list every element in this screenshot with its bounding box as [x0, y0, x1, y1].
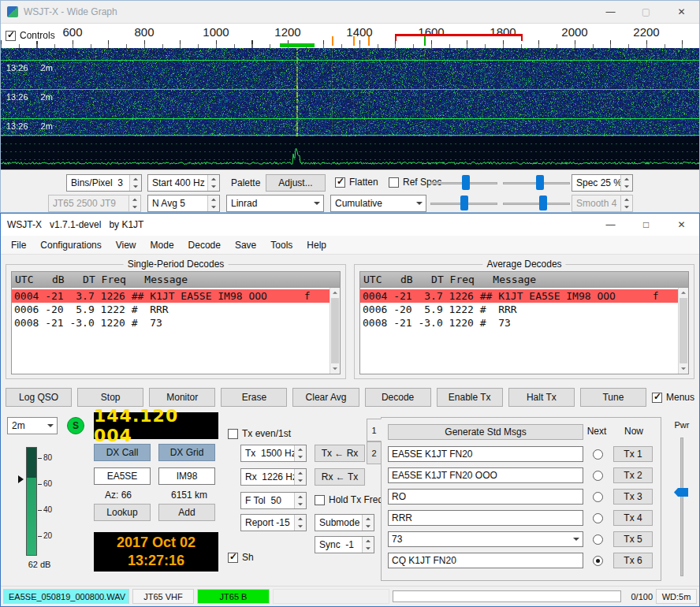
slider-handle[interactable] [460, 196, 468, 210]
scrollbar[interactable] [678, 288, 688, 374]
rx-freq-spin[interactable]: Rx 1226 Hz [240, 468, 307, 486]
scroll-thumb[interactable] [331, 298, 339, 363]
menu-configurations[interactable]: Configurations [33, 236, 108, 254]
tx1-now-button[interactable]: Tx 1 [613, 446, 653, 462]
pwr-slider-handle[interactable] [674, 488, 688, 497]
start-freq-spin[interactable]: Start 400 Hz [147, 174, 220, 192]
spinner-arrows-icon[interactable] [620, 175, 632, 191]
menu-mode[interactable]: Mode [143, 236, 181, 254]
tx-from-rx-button[interactable]: Tx ← Rx [315, 445, 365, 462]
sync-spin[interactable]: Sync -1 [315, 536, 374, 553]
f-tol-spin[interactable]: F Tol 50 [240, 492, 307, 509]
decode-row[interactable]: 0004 -21 3.7 1226 ## K1JT EA5SE IM98 OOO… [12, 289, 340, 303]
report-spin[interactable]: Report -15 [240, 514, 307, 531]
menu-help[interactable]: Help [300, 236, 333, 254]
maximize-icon[interactable]: ▢ [628, 1, 664, 23]
spinner-arrows-icon[interactable] [620, 196, 632, 211]
spinner-arrows-icon[interactable] [294, 515, 306, 531]
adjust-button[interactable]: Adjust... [266, 174, 326, 192]
decode-row[interactable]: 0008 -21 -3.0 1220 # 73 [360, 316, 677, 330]
spinner-arrows-icon[interactable] [362, 515, 374, 531]
generate-std-msgs-button[interactable]: Generate Std Msgs [388, 424, 583, 440]
decode-list[interactable]: 0004 -21 3.7 1226 ## K1JT EA5SE IM98 OOO… [359, 287, 689, 374]
stop-button[interactable]: Stop [77, 388, 143, 407]
close-icon[interactable]: ✕ [664, 214, 699, 236]
tx4-message-field[interactable]: RRR [388, 510, 583, 526]
tx-even-checkbox[interactable]: Tx even/1st [228, 428, 291, 439]
dx-call-button[interactable]: DX Call [94, 444, 151, 461]
controls-checkbox-box[interactable] [6, 31, 16, 41]
halt-tx-button[interactable]: Halt Tx [508, 388, 575, 407]
decode-row[interactable]: 0006 -20 5.9 1222 # RRR [12, 303, 329, 316]
tx5-message-combo[interactable]: 73 [388, 531, 583, 547]
spinner-arrows-icon[interactable] [207, 175, 219, 191]
hold-tx-freq-checkbox[interactable]: Hold Tx Freq [315, 494, 383, 505]
scroll-up-icon[interactable] [679, 288, 688, 297]
tx4-now-button[interactable]: Tx 4 [613, 510, 653, 526]
waterfall-canvas[interactable] [1, 48, 700, 136]
decode-row[interactable]: 0004 -21 3.7 1226 ## K1JT EA5SE IM98 OOO… [360, 289, 688, 303]
menu-tools[interactable]: Tools [263, 236, 300, 254]
dx-grid-button[interactable]: DX Grid [158, 444, 215, 461]
spectrum-gain-slider[interactable] [430, 195, 497, 212]
menu-file[interactable]: File [4, 236, 33, 254]
menus-checkbox[interactable]: Menus [652, 392, 694, 403]
monitor-button[interactable]: Monitor [149, 388, 215, 407]
decode-row[interactable]: 0006 -20 5.9 1222 # RRR [360, 303, 677, 316]
waterfall-gain-slider[interactable] [430, 174, 497, 192]
tx5-next-radio[interactable] [593, 534, 603, 545]
waterfall-zero-slider[interactable] [503, 174, 570, 192]
wide-graph-titlebar[interactable]: WSJT-X - Wide Graph — ▢ ✕ [1, 1, 699, 23]
pwr-slider[interactable] [680, 438, 683, 576]
main-titlebar[interactable]: WSJT-X v1.7.1-devel by K1JT — □ ✕ [1, 214, 699, 236]
tx6-next-radio[interactable] [593, 556, 603, 566]
spinner-arrows-icon[interactable] [128, 196, 140, 211]
accumulation-select[interactable]: Cumulative [330, 195, 426, 212]
scroll-up-icon[interactable] [330, 288, 340, 297]
tx2-now-button[interactable]: Tx 2 [613, 467, 653, 483]
n-avg-spin[interactable]: N Avg 5 [147, 195, 220, 212]
spectrum-zero-slider[interactable] [503, 195, 570, 212]
close-icon[interactable]: ✕ [664, 1, 699, 23]
frequency-scale[interactable]: Controls 600 800 1000 1200 1400 1600 180… [1, 23, 699, 48]
dx-grid-field[interactable]: IM98 [158, 467, 215, 485]
slider-handle[interactable] [462, 175, 470, 190]
log-qso-button[interactable]: Log QSO [6, 388, 72, 407]
waterfall-area[interactable]: 13:262m 13:262m 13:262m [1, 48, 699, 136]
sh-checkbox[interactable]: Sh [228, 552, 254, 563]
scroll-thumb[interactable] [680, 298, 687, 363]
tx6-message-field[interactable]: CQ K1JT FN20 [388, 553, 583, 568]
tx6-now-button[interactable]: Tx 6 [613, 553, 653, 568]
minimize-icon[interactable]: — [593, 214, 628, 236]
flatten-checkbox[interactable]: Flatten [335, 177, 378, 188]
palette-select[interactable]: Linrad [226, 195, 324, 212]
spinner-arrows-icon[interactable] [294, 445, 306, 461]
minimize-icon[interactable]: — [593, 1, 628, 23]
tx2-next-radio[interactable] [593, 471, 603, 481]
spinner-arrows-icon[interactable] [207, 196, 219, 211]
tx1-message-field[interactable]: EA5SE K1JT FN20 [388, 446, 583, 462]
slider-handle[interactable] [536, 175, 544, 190]
spec-percent-spin[interactable]: Spec 25 % [572, 174, 633, 192]
rx-from-tx-button[interactable]: Rx ← Tx [315, 468, 365, 486]
dx-call-field[interactable]: EA5SE [94, 467, 151, 485]
slider-handle[interactable] [539, 196, 547, 210]
clear-avg-button[interactable]: Clear Avg [292, 388, 359, 407]
scroll-down-icon[interactable] [679, 364, 688, 374]
spinner-arrows-icon[interactable] [129, 175, 141, 191]
jt65-jt9-split-spin[interactable]: JT65 2500 JT9 [48, 195, 141, 212]
tx-freq-spin[interactable]: Tx 1500 Hz [240, 445, 307, 462]
add-button[interactable]: Add [158, 504, 215, 521]
spinner-arrows-icon[interactable] [294, 469, 306, 485]
tx2-message-field[interactable]: EA5SE K1JT FN20 OOO [388, 467, 583, 483]
maximize-icon[interactable]: □ [628, 214, 664, 236]
scroll-down-icon[interactable] [330, 364, 340, 374]
erase-button[interactable]: Erase [221, 388, 287, 407]
spinner-arrows-icon[interactable] [294, 493, 306, 508]
scrollbar[interactable] [330, 288, 340, 374]
menu-view[interactable]: View [109, 236, 143, 254]
decode-row[interactable]: 0008 -21 -3.0 1220 # 73 [12, 316, 329, 330]
tab-1[interactable]: 1 [367, 419, 382, 441]
controls-checkbox[interactable]: Controls [6, 30, 55, 41]
tune-button[interactable]: Tune [580, 388, 646, 407]
